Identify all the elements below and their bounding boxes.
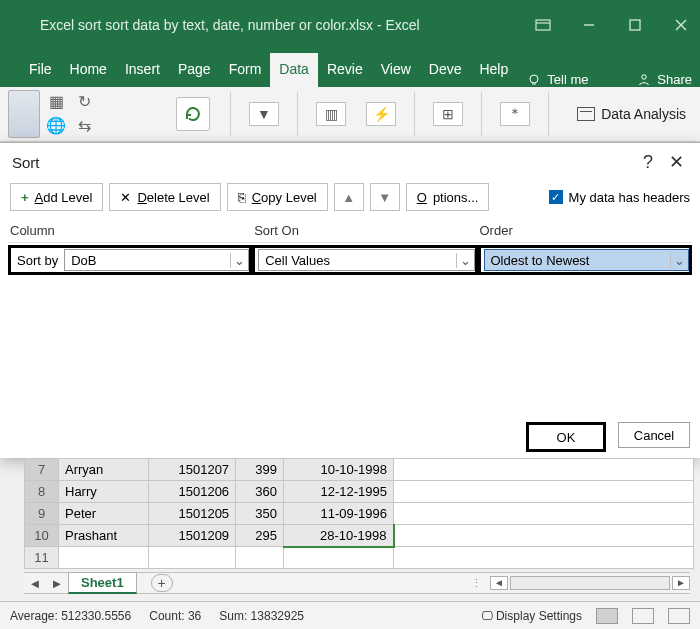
prev-sheet-icon[interactable]: ◄: [24, 576, 46, 591]
new-sheet-button[interactable]: +: [151, 574, 173, 592]
maximize-icon[interactable]: [626, 16, 644, 34]
delete-level-button[interactable]: ✕ Delete Level: [109, 183, 220, 211]
normal-view-icon[interactable]: [596, 608, 618, 624]
order-dropdown[interactable]: Oldest to Newest ⌄: [484, 249, 689, 271]
cell-dob[interactable]: 12-12-1995: [283, 481, 393, 503]
outline-icon[interactable]: ＊: [500, 102, 530, 126]
options-button[interactable]: Options...: [406, 183, 490, 211]
tab-home[interactable]: Home: [61, 53, 116, 87]
cell-id[interactable]: 1501209: [148, 525, 236, 547]
next-sheet-icon[interactable]: ►: [46, 576, 68, 591]
horizontal-scrollbar[interactable]: ⋮ ◄ ►: [471, 576, 690, 590]
move-up-button[interactable]: ▲: [334, 183, 364, 211]
lightbulb-icon: [527, 73, 541, 87]
tab-data[interactable]: Data: [270, 53, 318, 87]
minimize-icon[interactable]: [580, 16, 598, 34]
table-row: 9 Peter 1501205 350 11-09-1996: [25, 503, 694, 525]
what-if-icon[interactable]: ⊞: [433, 102, 463, 126]
cell-score[interactable]: 360: [236, 481, 284, 503]
cell-dob[interactable]: 28-10-1998: [283, 525, 393, 547]
sort-on-dropdown[interactable]: Cell Values ⌄: [258, 249, 474, 271]
page-break-view-icon[interactable]: [668, 608, 690, 624]
sheet-tab-bar: ◄ ► Sheet1 + ⋮ ◄ ►: [24, 572, 690, 594]
tab-help[interactable]: Help: [470, 53, 517, 87]
scroll-right-icon[interactable]: ►: [672, 576, 690, 590]
tell-me-label: Tell me: [547, 72, 588, 87]
flash-fill-icon[interactable]: ⚡: [366, 102, 396, 126]
row-header[interactable]: 7: [25, 459, 59, 481]
ok-button[interactable]: OK: [526, 422, 606, 452]
from-web-icon[interactable]: 🌐: [44, 114, 68, 136]
cell-name[interactable]: Harry: [59, 481, 149, 503]
close-icon[interactable]: [672, 16, 690, 34]
copy-level-button[interactable]: ⎘ Copy Level: [227, 183, 328, 211]
cell-name[interactable]: Arryan: [59, 459, 149, 481]
row-header[interactable]: 11: [25, 547, 59, 569]
row-header[interactable]: 8: [25, 481, 59, 503]
move-down-button[interactable]: ▼: [370, 183, 400, 211]
cell-empty[interactable]: [394, 525, 694, 547]
tab-insert[interactable]: Insert: [116, 53, 169, 87]
row-header[interactable]: 9: [25, 503, 59, 525]
sheet-tab[interactable]: Sheet1: [68, 572, 137, 594]
copy-icon: ⎘: [238, 190, 246, 205]
sort-by-label: Sort by: [11, 253, 64, 268]
tab-file[interactable]: File: [20, 53, 61, 87]
cell-name[interactable]: Prashant: [59, 525, 149, 547]
monitor-icon: 🖵: [481, 609, 493, 623]
sort-by-dropdown[interactable]: DoB ⌄: [64, 249, 249, 271]
cell-dob[interactable]: 11-09-1996: [283, 503, 393, 525]
cell-dob[interactable]: 10-10-1998: [283, 459, 393, 481]
dialog-footer: OK Cancel: [526, 422, 690, 452]
tab-page[interactable]: Page: [169, 53, 220, 87]
worksheet-grid[interactable]: 7 Arryan 1501207 399 10-10-1998 8 Harry …: [24, 458, 694, 569]
window-title: Excel sort sort data by text, date, numb…: [40, 17, 534, 33]
page-layout-view-icon[interactable]: [632, 608, 654, 624]
cell-id[interactable]: 1501207: [148, 459, 236, 481]
sort-dialog: Sort ? ✕ + AAdd Leveldd Level ✕ Delete L…: [0, 142, 700, 458]
cell-id[interactable]: 1501206: [148, 481, 236, 503]
options-label: ptions...: [433, 190, 479, 205]
recent-sources-icon[interactable]: ↻: [72, 90, 96, 112]
cell-id[interactable]: 1501205: [148, 503, 236, 525]
order-value: Oldest to Newest: [485, 253, 670, 268]
ribbon-tabs: File Home Insert Page Form Data Revie Vi…: [0, 49, 700, 87]
scroll-track[interactable]: [510, 576, 670, 590]
cancel-button[interactable]: Cancel: [618, 422, 690, 448]
tab-developer[interactable]: Deve: [420, 53, 471, 87]
dialog-close-icon[interactable]: ✕: [665, 151, 688, 173]
tab-view[interactable]: View: [372, 53, 420, 87]
from-text-icon[interactable]: ▦: [44, 90, 68, 112]
tell-me[interactable]: Tell me: [527, 72, 588, 87]
row-header[interactable]: 10: [25, 525, 59, 547]
display-settings-button[interactable]: 🖵 Display Settings: [481, 609, 582, 623]
cell-score[interactable]: 350: [236, 503, 284, 525]
add-level-button[interactable]: + AAdd Leveldd Level: [10, 183, 103, 211]
cell-empty[interactable]: [394, 503, 694, 525]
scroll-left-icon[interactable]: ◄: [490, 576, 508, 590]
tab-review[interactable]: Revie: [318, 53, 372, 87]
text-to-columns-icon[interactable]: ▥: [316, 102, 346, 126]
data-analysis-button[interactable]: Data Analysis: [577, 106, 696, 122]
sort-by-row: Sort by DoB ⌄: [8, 245, 252, 275]
tab-form[interactable]: Form: [220, 53, 271, 87]
chevron-down-icon: ⌄: [456, 253, 474, 268]
cell-score[interactable]: 399: [236, 459, 284, 481]
get-data-icon[interactable]: [8, 90, 40, 138]
share-label: Share: [657, 72, 692, 87]
sort-button[interactable]: ▼: [249, 102, 279, 126]
separator: [481, 92, 482, 136]
refresh-all-icon[interactable]: [176, 97, 210, 131]
cell-name[interactable]: Peter: [59, 503, 149, 525]
person-icon: [637, 73, 651, 87]
cell-empty[interactable]: [394, 481, 694, 503]
order-row: Oldest to Newest ⌄: [478, 245, 692, 275]
cell-empty[interactable]: [394, 459, 694, 481]
cell-score[interactable]: 295: [236, 525, 284, 547]
dialog-header: Sort ? ✕: [0, 143, 700, 183]
ribbon-display-options-icon[interactable]: [534, 16, 552, 34]
existing-connections-icon[interactable]: ⇆: [72, 114, 96, 136]
my-data-has-headers-checkbox[interactable]: ✓ My data has headers: [549, 190, 690, 205]
share-button[interactable]: Share: [637, 72, 692, 87]
help-icon[interactable]: ?: [631, 152, 665, 173]
